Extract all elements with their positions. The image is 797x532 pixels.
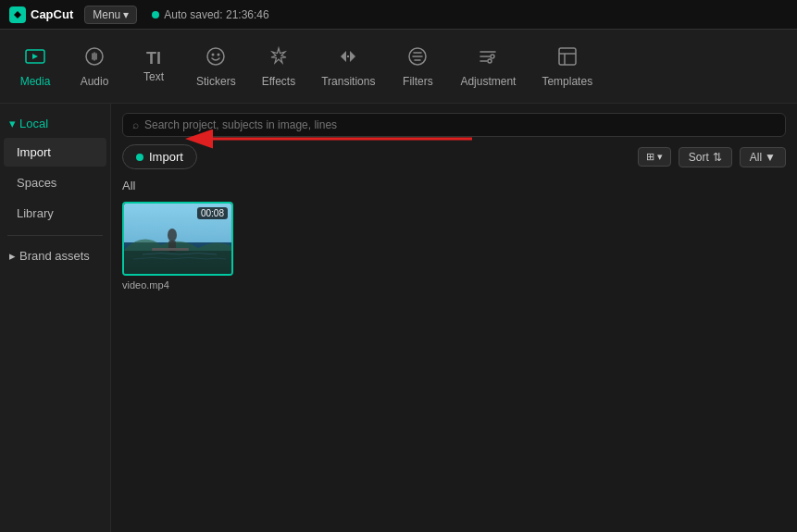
grid-view-icon: ⊞ bbox=[646, 151, 654, 163]
sort-arrows-icon: ⇅ bbox=[713, 151, 722, 164]
duration-badge: 00:08 bbox=[197, 207, 228, 219]
chevron-down-icon: ▾ bbox=[9, 117, 16, 130]
svg-point-9 bbox=[491, 55, 494, 58]
adjustment-label: Adjustment bbox=[460, 75, 516, 88]
menu-label: Menu bbox=[93, 8, 120, 21]
controls-row: Import ⊞ ▾ Sort ⇅ All ▼ bbox=[122, 144, 786, 169]
autosave-status: Auto saved: 21:36:46 bbox=[152, 8, 268, 21]
filters-label: Filters bbox=[403, 75, 433, 88]
search-icon: ⌕ bbox=[132, 118, 139, 131]
search-bar[interactable]: ⌕ bbox=[122, 113, 786, 137]
text-icon: TI bbox=[146, 50, 161, 67]
svg-rect-15 bbox=[168, 241, 176, 252]
chevron-down-icon: ▾ bbox=[657, 151, 663, 163]
templates-icon bbox=[556, 45, 579, 71]
content-area: ⌕ Import ⊞ ▾ Sort ⇅ All ▼ bbox=[111, 104, 797, 532]
autosave-dot-icon bbox=[152, 11, 159, 19]
import-button-label: Import bbox=[149, 150, 183, 164]
sidebar: ▾ Local Import Spaces Library ▸ Brand as… bbox=[0, 104, 111, 532]
sidebar-brand-assets-section[interactable]: ▸ Brand assets bbox=[0, 243, 110, 268]
media-grid: 00:08 video.mp4 bbox=[122, 202, 786, 291]
section-all-label: All bbox=[122, 177, 786, 194]
stickers-icon bbox=[205, 45, 227, 71]
toolbar-item-effects[interactable]: Effects bbox=[251, 38, 306, 95]
sidebar-local-section[interactable]: ▾ Local bbox=[0, 111, 110, 136]
transitions-icon bbox=[337, 45, 359, 71]
all-filter-label: All bbox=[750, 151, 762, 164]
sidebar-local-label: Local bbox=[19, 117, 48, 130]
toolbar-item-templates[interactable]: Templates bbox=[530, 38, 604, 95]
adjustment-icon bbox=[477, 45, 499, 71]
import-dot-icon bbox=[136, 154, 143, 161]
all-filter-button[interactable]: All ▼ bbox=[740, 147, 786, 167]
topbar: CapCut Menu ▾ Auto saved: 21:36:46 bbox=[0, 0, 797, 30]
sidebar-item-import[interactable]: Import bbox=[4, 138, 106, 167]
media-filename: video.mp4 bbox=[122, 279, 233, 291]
search-input[interactable] bbox=[144, 118, 776, 131]
svg-rect-16 bbox=[152, 248, 189, 251]
effects-icon bbox=[268, 45, 290, 71]
sidebar-divider bbox=[7, 235, 103, 236]
stickers-label: Stickers bbox=[196, 75, 236, 88]
toolbar-item-audio[interactable]: Audio bbox=[67, 38, 122, 95]
sort-button[interactable]: Sort ⇅ bbox=[679, 147, 732, 167]
view-toggle-button[interactable]: ⊞ ▾ bbox=[638, 147, 671, 167]
svg-rect-11 bbox=[559, 48, 576, 65]
templates-label: Templates bbox=[542, 75, 592, 88]
transitions-label: Transitions bbox=[321, 75, 375, 88]
effects-label: Effects bbox=[262, 75, 295, 88]
toolbar-item-adjustment[interactable]: Adjustment bbox=[449, 38, 527, 95]
autosave-text: Auto saved: 21:36:46 bbox=[164, 8, 268, 21]
menu-button[interactable]: Menu ▾ bbox=[84, 6, 137, 24]
sidebar-import-label: Import bbox=[17, 145, 51, 159]
toolbar: Media Audio TI Text Stickers bbox=[0, 30, 797, 104]
text-label: Text bbox=[143, 70, 164, 83]
sort-label: Sort bbox=[689, 151, 709, 164]
menu-chevron-icon: ▾ bbox=[123, 8, 129, 21]
svg-point-6 bbox=[218, 53, 220, 56]
media-thumbnail[interactable]: 00:08 bbox=[122, 202, 233, 276]
toolbar-item-text[interactable]: TI Text bbox=[126, 43, 181, 91]
chevron-right-icon: ▸ bbox=[9, 249, 16, 263]
svg-point-14 bbox=[168, 229, 177, 241]
sidebar-library-label: Library bbox=[17, 206, 54, 220]
capcut-logo-icon bbox=[9, 6, 26, 23]
audio-icon bbox=[83, 45, 106, 71]
toolbar-item-media[interactable]: Media bbox=[7, 38, 63, 95]
filters-icon bbox=[406, 45, 429, 71]
sidebar-brand-assets-label: Brand assets bbox=[19, 249, 90, 263]
main-area: ▾ Local Import Spaces Library ▸ Brand as… bbox=[0, 104, 797, 532]
toolbar-item-stickers[interactable]: Stickers bbox=[185, 38, 247, 95]
toolbar-item-transitions[interactable]: Transitions bbox=[310, 38, 386, 95]
filter-icon: ▼ bbox=[765, 151, 776, 164]
logo-text: CapCut bbox=[31, 7, 73, 21]
audio-label: Audio bbox=[81, 75, 109, 88]
media-label: Media bbox=[20, 75, 51, 88]
sidebar-item-spaces[interactable]: Spaces bbox=[4, 168, 106, 197]
sidebar-spaces-label: Spaces bbox=[17, 176, 56, 190]
svg-point-10 bbox=[488, 59, 492, 63]
media-icon bbox=[24, 45, 46, 71]
import-button[interactable]: Import bbox=[122, 144, 197, 169]
svg-point-5 bbox=[212, 53, 215, 56]
media-item[interactable]: 00:08 video.mp4 bbox=[122, 202, 233, 291]
app-logo: CapCut bbox=[9, 6, 73, 23]
sidebar-item-library[interactable]: Library bbox=[4, 199, 106, 228]
toolbar-item-filters[interactable]: Filters bbox=[390, 38, 445, 95]
svg-point-4 bbox=[207, 48, 224, 65]
controls-right: ⊞ ▾ Sort ⇅ All ▼ bbox=[638, 147, 786, 167]
